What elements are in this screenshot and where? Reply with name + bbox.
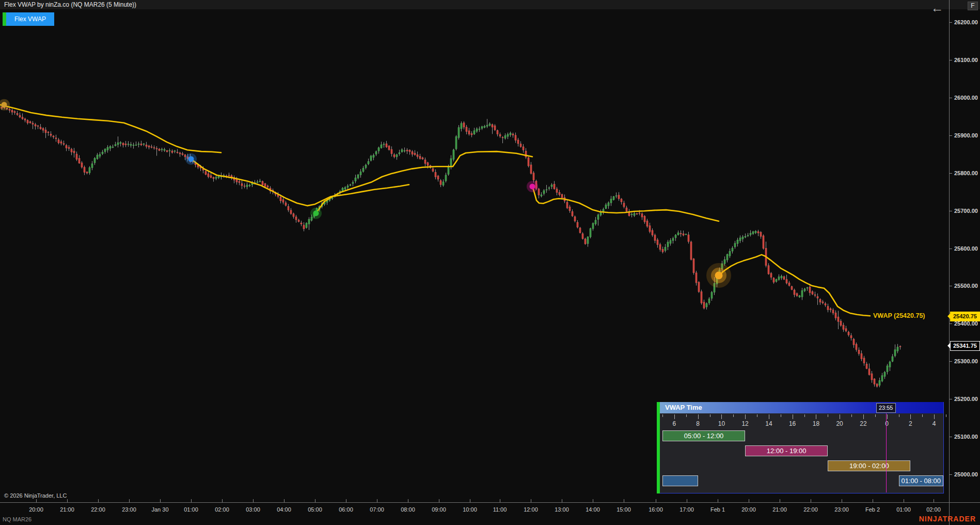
ruler-tick [816, 414, 816, 419]
candle-body [801, 290, 803, 297]
ruler-tick [781, 414, 781, 417]
time-tick [842, 499, 842, 502]
time-tick [36, 499, 37, 502]
badge-pointer [947, 343, 951, 349]
time-tick [346, 499, 346, 502]
candle-body [381, 145, 382, 148]
candle-body [737, 240, 738, 243]
candle-body [435, 173, 436, 177]
candle-body [543, 191, 545, 194]
candle-body [94, 159, 96, 163]
candle-body [396, 155, 398, 157]
price-tick-label: 26000.00 [954, 95, 978, 101]
candle-body [352, 182, 354, 183]
back-arrow-icon[interactable]: ← [928, 0, 946, 16]
candle-body [881, 376, 883, 381]
candle-body [60, 142, 62, 143]
price-tick [950, 60, 952, 60]
candle-body [455, 136, 457, 149]
ruler-tick [887, 414, 888, 419]
candle-body [236, 179, 238, 182]
candle-body [711, 292, 713, 299]
candle-body [874, 379, 875, 384]
candle-body [171, 151, 173, 152]
candle-body [151, 147, 152, 147]
panel-title-bar[interactable]: VWAP Time [660, 402, 943, 413]
candle-body [360, 172, 361, 175]
session-start-marker [313, 210, 319, 216]
candle-body [391, 149, 392, 153]
time-tick-label: 01:00 [896, 506, 911, 513]
ruler-hour-label: 12 [741, 420, 748, 427]
candle-body [899, 346, 901, 347]
time-tick-label: 21:00 [772, 506, 787, 513]
time-tick [284, 499, 284, 502]
price-tick [950, 22, 952, 23]
candle-body [871, 374, 873, 380]
candle-body [499, 134, 501, 136]
price-tick-label: 25900.00 [954, 132, 978, 138]
candle-body [827, 306, 829, 310]
vwap-range-bar[interactable]: 05:00 - 12:00 [662, 430, 745, 441]
time-tick-label: 03:00 [246, 506, 260, 513]
candle-body [68, 147, 70, 148]
candle-body [812, 291, 813, 294]
candle-body [729, 251, 731, 256]
candle-body [107, 147, 108, 150]
ruler-hour-label: 4 [932, 420, 936, 427]
candle-body [768, 266, 769, 274]
vwap-range-bar[interactable]: 12:00 - 19:00 [745, 445, 828, 456]
candle-body [153, 148, 155, 148]
candle-body [582, 234, 583, 239]
vwap-range-bar[interactable]: 01:00 - 08:00 [899, 475, 944, 486]
candle-body [63, 144, 65, 144]
candle-body [368, 162, 369, 164]
candle-body [659, 244, 661, 250]
candle-body [259, 181, 261, 182]
price-tick-label: 26100.00 [954, 57, 978, 63]
candle-body [140, 144, 142, 145]
flex-vwap-button[interactable]: Flex VWAP [3, 12, 54, 26]
vwap-line-label: VWAP (25420.75) [873, 312, 925, 319]
candle-body [724, 260, 725, 264]
candle-body [298, 220, 299, 222]
vwap-time-panel[interactable]: VWAP Time 23:55 6810121416182022024 05:0… [657, 402, 944, 493]
candle-body [613, 196, 614, 199]
time-tick [222, 499, 223, 502]
candle-body [796, 294, 798, 296]
candle-body [634, 213, 635, 215]
candle-body [104, 149, 106, 152]
candle-body [481, 127, 483, 128]
candle-body [845, 329, 847, 331]
ruler-tick [674, 414, 675, 419]
candle-body [618, 195, 620, 199]
candle-body [280, 197, 281, 201]
candle-body [639, 213, 640, 213]
candle-body [177, 152, 178, 152]
instrument-label: NQ MAR26 [3, 516, 31, 522]
candle-body [479, 129, 480, 130]
time-tick-label: 07:00 [370, 506, 384, 513]
vwap-range-bar[interactable]: 19:00 - 02:00 [828, 460, 910, 471]
ruler-tick [757, 414, 757, 417]
candle-body [419, 156, 421, 159]
candle-body [417, 155, 418, 157]
candle-body [373, 155, 374, 157]
candle-body [807, 288, 808, 288]
candle-body [81, 163, 83, 167]
price-axis[interactable]: 26200.0026100.0026000.0025900.0025800.00… [950, 0, 980, 502]
candle-body [120, 143, 121, 144]
ruler-tick [851, 414, 852, 417]
time-tick [656, 499, 656, 502]
candle-body [680, 234, 682, 234]
time-axis[interactable]: 20:0021:0022:0023:00Jan 3001:0002:0003:0… [0, 503, 949, 525]
candle-body [89, 167, 90, 173]
vwap-range-bar[interactable] [662, 475, 698, 486]
ruler-tick [686, 414, 687, 417]
candle-body [166, 150, 168, 151]
price-tick [950, 323, 952, 324]
ruler-hour-label: 6 [673, 420, 676, 427]
candle-body [512, 134, 514, 135]
vwap-price-badge: 25420.75 [950, 312, 980, 321]
time-tick [408, 499, 408, 502]
